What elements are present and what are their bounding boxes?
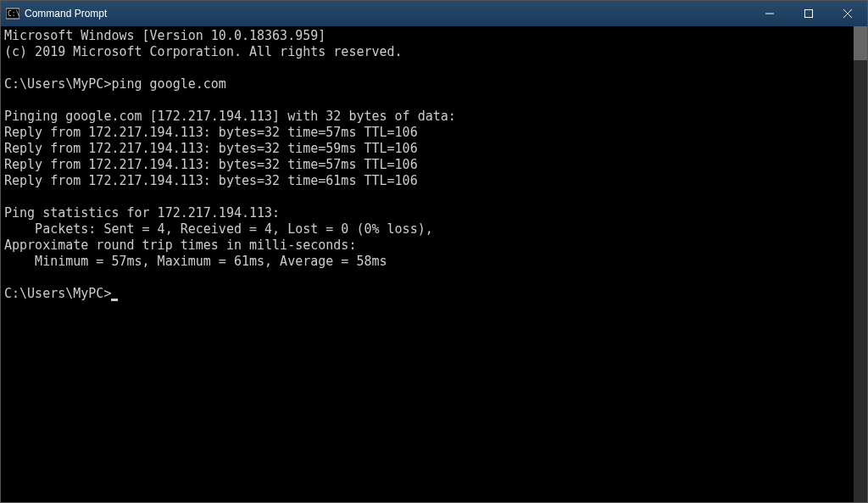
maximize-button[interactable] — [789, 1, 828, 26]
terminal-output[interactable]: Microsoft Windows [Version 10.0.18363.95… — [1, 26, 854, 502]
svg-text:C:\: C:\ — [8, 10, 19, 18]
window-controls — [750, 1, 867, 26]
scrollbar-thumb[interactable] — [854, 26, 867, 60]
content-area: Microsoft Windows [Version 10.0.18363.95… — [1, 26, 867, 502]
vertical-scrollbar[interactable] — [854, 26, 867, 502]
minimize-button[interactable] — [750, 1, 789, 26]
window-title: Command Prompt — [25, 8, 750, 20]
cursor — [111, 299, 118, 301]
svg-rect-3 — [805, 10, 813, 18]
cmd-icon: C:\ — [6, 7, 19, 20]
close-button[interactable] — [828, 1, 867, 26]
window-titlebar: C:\ Command Prompt — [1, 1, 867, 26]
